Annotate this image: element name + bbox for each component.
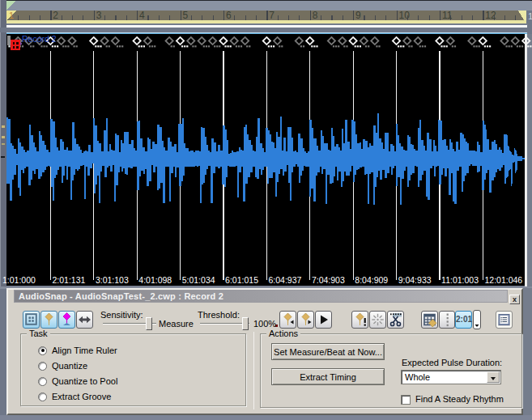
svg-text:2: 2	[53, 10, 58, 21]
svg-text:10: 10	[399, 10, 411, 21]
svg-text:6: 6	[226, 10, 232, 21]
svg-text:12: 12	[485, 10, 496, 21]
svg-text:7: 7	[269, 10, 275, 21]
svg-text:1: 1	[9, 11, 14, 20]
svg-text:4: 4	[139, 10, 145, 21]
svg-text:11:01:003: 11:01:003	[441, 275, 479, 285]
svg-text:7:04:903: 7:04:903	[312, 275, 345, 285]
svg-text:6:01:015: 6:01:015	[225, 275, 258, 285]
svg-text:2:01:131: 2:01:131	[53, 275, 86, 285]
svg-text:8:04:909: 8:04:909	[355, 275, 388, 285]
svg-text:5:01:034: 5:01:034	[182, 275, 215, 285]
svg-text:1: 1	[528, 11, 532, 21]
svg-text:3: 3	[96, 10, 102, 21]
svg-text:5: 5	[183, 10, 189, 21]
svg-text:8: 8	[313, 10, 318, 21]
svg-text:4:01:098: 4:01:098	[138, 275, 172, 285]
svg-text:3:01:103: 3:01:103	[96, 275, 129, 285]
svg-text:9:04:933: 9:04:933	[398, 275, 432, 285]
svg-text:11: 11	[442, 10, 453, 21]
svg-text:6:04:937: 6:04:937	[269, 275, 302, 285]
svg-text:12:01:046: 12:01:046	[485, 275, 523, 285]
svg-text:Record 2: Record 2	[22, 34, 57, 44]
svg-text:1:01:000: 1:01:000	[2, 275, 36, 285]
svg-text:9: 9	[355, 10, 361, 21]
